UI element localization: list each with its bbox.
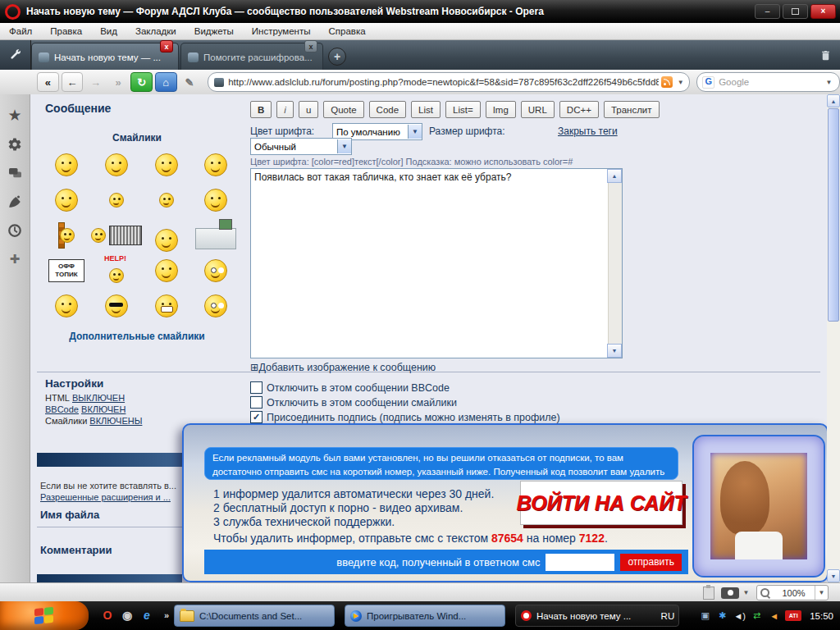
checkbox-attach-signature[interactable]: ✓ Присоединить подпись (подпись можно из… [250,411,560,423]
smiley-accordion[interactable] [91,217,142,253]
widgets-panel-button[interactable] [0,130,30,158]
bbcode-url-button[interactable]: URL [521,101,555,118]
setting-smilies-value[interactable]: ВКЛЮЧЕНЫ [89,416,142,426]
scroll-up-icon[interactable]: ▲ [827,94,840,107]
smiley-cheer[interactable] [91,182,142,217]
back-button[interactable]: ← [62,72,84,92]
volume-icon[interactable]: ◄) [733,609,746,622]
quicklaunch-media-icon[interactable]: ◉ [120,608,135,623]
language-indicator[interactable]: RU [661,611,675,621]
history-panel-button[interactable] [0,216,30,244]
notes-panel-button[interactable] [0,158,30,187]
menu-tools[interactable]: Инструменты [243,23,320,39]
menu-edit[interactable]: Правка [41,23,91,39]
sms-code-input[interactable] [546,554,614,571]
closed-tabs-trash-button[interactable] [817,47,833,63]
taskbar-button-media-player[interactable]: ▶ Проигрыватель Wind... [345,605,505,627]
search-engine-dropdown-icon[interactable]: ▼ [824,75,834,89]
bbcode-quote-button[interactable]: Quote [323,101,363,118]
smiley-smirk[interactable] [42,288,91,323]
bbcode-bold-button[interactable]: B [250,101,272,118]
zoom-control[interactable]: 100% ▼ [756,585,829,600]
smiley-grin[interactable] [142,288,191,323]
smiley-hello[interactable] [42,147,91,182]
bbcode-translit-button[interactable]: Транслит [604,101,660,118]
scroll-down-icon[interactable]: ▼ [827,569,840,582]
smiley-pole[interactable] [42,217,91,253]
taskbar-button-explorer[interactable]: C:\Documents and Set... [174,605,335,627]
bookmarks-panel-button[interactable]: ★ [0,101,30,130]
scrollbar-thumb[interactable] [828,108,839,322]
note-pencil-button[interactable]: ✎ [180,73,200,91]
ati-tray-icon[interactable]: ATI [785,610,801,621]
smiley-shock[interactable] [191,288,240,323]
taskbar-button-opera[interactable]: Начать новую тему ... [515,605,679,627]
menu-file[interactable]: Файл [0,23,41,39]
add-image-link[interactable]: ⊞Добавить изображение к сообщению [250,361,436,373]
smiley-cool[interactable] [91,288,142,323]
checkbox-disable-bbcode[interactable]: Отключить в этом сообщении BBCode [250,381,450,394]
tab-close-icon[interactable]: x [304,40,317,52]
quicklaunch-opera-icon[interactable]: O [100,608,115,623]
send-code-button[interactable]: отправить [620,554,682,571]
page-scrollbar[interactable]: ▲ ▼ [827,94,840,582]
bbcode-underline-button[interactable]: u [299,101,318,118]
close-tags-link[interactable]: Закрыть теги [558,126,618,137]
address-bar[interactable]: http://www.adslclub.ru/forum/posting.php… [208,72,690,92]
chevron-down-icon[interactable]: ▼ [815,586,828,600]
smiley-fight[interactable] [142,147,191,182]
bbcode-listeq-button[interactable]: List= [445,101,481,118]
smiley-upset[interactable] [191,182,240,217]
transfers-panel-button[interactable] [0,187,30,216]
bbcode-img-button[interactable]: Img [486,101,516,118]
menu-help[interactable]: Справка [320,23,375,39]
rss-icon[interactable] [661,76,673,88]
paste-icon[interactable] [703,587,714,600]
smiley-boxing[interactable] [91,147,142,182]
menu-widgets[interactable]: Виджеты [185,23,243,39]
panels-toggle-button[interactable] [0,40,31,70]
start-button[interactable] [0,601,89,630]
address-dropdown-icon[interactable]: ▼ [675,75,686,89]
quicklaunch-ie-icon[interactable]: e [139,608,154,623]
reload-button[interactable]: ↻ [130,72,153,92]
checkbox-disable-smilies[interactable]: Отключить в этом сообщении смайлики [250,396,457,409]
smiley-shy[interactable] [42,182,91,217]
smiley-happy[interactable] [142,182,191,217]
images-dropdown-icon[interactable]: ▼ [741,586,751,600]
smiley-bow[interactable] [142,217,191,253]
enter-site-button[interactable]: ВОЙТИ НА САЙТ [520,481,682,525]
smiley-help[interactable]: HELP! [91,253,142,288]
textarea-scrollbar[interactable]: ▲ ▼ [608,169,622,358]
minimize-button[interactable]: – [755,4,780,19]
setting-bbcode-value[interactable]: ВКЛЮЧЕН [81,404,126,414]
images-toggle-icon[interactable] [721,587,739,599]
traffic-icon[interactable]: ⇄ [751,609,763,622]
smiley-clockface[interactable] [191,253,240,288]
ad-photo[interactable] [710,453,807,559]
more-smilies-link[interactable]: Дополнительные смайлики [39,331,235,342]
close-button[interactable]: × [810,4,836,19]
smiley-desk[interactable] [191,217,240,253]
bbcode-italic-button[interactable]: i [276,101,294,118]
quicklaunch-overflow-chevron[interactable]: » [159,608,174,623]
fast-forward-button[interactable]: » [108,73,129,91]
search-box[interactable]: G Google ▼ [696,72,840,92]
restore-button[interactable] [783,4,808,19]
allowed-extensions-link[interactable]: Разрешенные расширения и ... [40,492,182,502]
add-panel-button[interactable]: ✚ [0,244,30,273]
rewind-button[interactable]: « [37,72,59,92]
tab-new-topic[interactable]: Начать новую тему — ... x [31,43,179,71]
smiley-antenna[interactable] [191,147,240,182]
tab-close-icon[interactable]: x [160,40,173,52]
audio-icon[interactable]: ◄ [768,609,780,622]
scroll-down-icon[interactable]: ▼ [607,344,622,358]
setting-html-value[interactable]: ВЫКЛЮЧЕН [72,393,125,403]
new-tab-button[interactable]: + [328,48,346,66]
tab-help-decipher[interactable]: Помогите расшифрова... x [180,43,323,71]
checkbox-icon[interactable] [250,381,262,394]
font-size-select[interactable]: Обычный ▼ [250,138,352,155]
message-textarea[interactable]: Появилась вот такая табличка, кто знает … [250,168,623,358]
network-icon[interactable]: ▣ [699,609,711,622]
home-button[interactable]: ⌂ [155,72,177,92]
